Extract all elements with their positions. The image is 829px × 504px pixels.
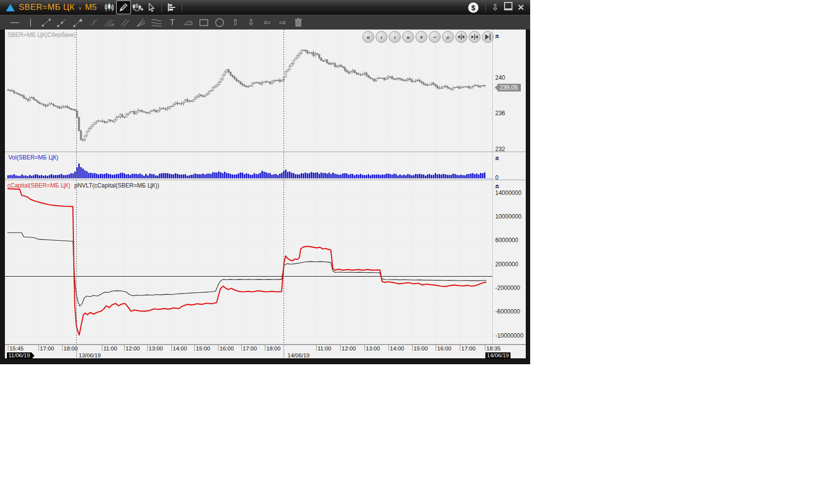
time-tick — [171, 345, 172, 351]
chevron-down-icon[interactable]: ∨ — [78, 5, 82, 11]
time-tick — [485, 345, 485, 351]
time-tick — [412, 345, 413, 351]
polyline-tool[interactable] — [54, 16, 70, 29]
time-label: 15:45 — [9, 346, 24, 351]
time-tick — [38, 345, 39, 351]
time-label: 15:00 — [414, 346, 428, 351]
time-tick — [460, 345, 460, 351]
arrow-down-tool[interactable]: ⇩ — [243, 16, 259, 29]
nav-fast-forward-button[interactable]: » — [402, 31, 414, 43]
nav-expand-horizontal-button[interactable] — [469, 31, 480, 43]
parallel-channel-tool[interactable] — [117, 16, 133, 29]
draw-pencil-icon[interactable] — [116, 0, 131, 14]
toolbar-separator — [182, 2, 182, 12]
date-label: 14/06/19 — [485, 352, 510, 359]
time-label: 17:00 — [461, 346, 476, 351]
price-axis-label: 236 — [495, 110, 505, 117]
date-separator-tick — [284, 345, 284, 358]
indicator-axis-label: -10000000 — [495, 332, 523, 339]
time-axis[interactable]: 15:4517:0018:0011:0012:0013:0014:0015:00… — [5, 345, 526, 359]
price-pane-label: SBER=МБ ЦК(Сбербанк) — [7, 32, 76, 38]
time-tick — [147, 345, 148, 351]
drawing-toolbar: LRT⇧⇩⇦⇨ — [0, 15, 530, 30]
date-label: 11/06/19 — [7, 352, 32, 359]
volume-pane-label: Vol(SBER=МБ ЦК) — [8, 154, 58, 161]
date-label: 14/06/19 — [287, 352, 310, 358]
close-window-icon[interactable]: ✕ — [514, 2, 527, 13]
time-label: 12:00 — [342, 346, 356, 351]
money-dollar-icon[interactable]: $ — [468, 2, 478, 13]
horizontal-line-tool[interactable] — [7, 16, 23, 29]
nav-zoom-out-button[interactable]: − — [429, 31, 441, 43]
segment-tool[interactable] — [38, 16, 54, 29]
time-label: 11:00 — [103, 346, 117, 351]
time-tick — [340, 345, 341, 351]
title-bar: SBER=МБ ЦК ∨ M5 — [0, 0, 530, 15]
app-logo-triangle-icon — [6, 4, 15, 11]
nav-step-forward-button[interactable]: › — [389, 31, 401, 43]
arrow-right-tool[interactable]: ⇨ — [275, 16, 290, 29]
nav-step-back-button[interactable]: ‹ — [376, 31, 387, 43]
trend-cross-tool[interactable] — [86, 16, 101, 29]
time-tick — [364, 345, 365, 351]
indicator-axis-label: 6000000 — [495, 237, 518, 244]
time-label: 13:00 — [149, 346, 163, 351]
time-label: 17:00 — [243, 346, 257, 351]
time-tick — [316, 345, 317, 351]
arrow-left-tool[interactable]: ⇦ — [259, 16, 275, 29]
fibo-levels-tool[interactable] — [149, 16, 164, 29]
titlebar-separator — [485, 2, 486, 12]
restore-window-icon[interactable] — [502, 2, 514, 13]
candlestick-chart-icon[interactable] — [102, 1, 116, 14]
time-label: 13:00 — [366, 346, 380, 351]
calc-label-tool[interactable] — [180, 16, 196, 29]
vertical-line-tool[interactable] — [23, 16, 38, 29]
collapse-volume-pane-icon[interactable]: » — [492, 155, 501, 162]
unpin-drop-icon[interactable]: ⇩ — [489, 2, 502, 13]
timeframe-label[interactable]: M5 — [85, 2, 97, 12]
time-label: 18:00 — [266, 346, 281, 351]
indicator-axis-label: 14000000 — [495, 189, 521, 196]
indicator-axis-label: -2000000 — [495, 284, 520, 291]
collapse-price-pane-icon[interactable]: » — [492, 32, 501, 40]
text-tool-tool[interactable]: T — [164, 16, 180, 29]
arrow-up-tool[interactable]: ⇧ — [227, 16, 243, 29]
rectangle-tool[interactable] — [196, 16, 212, 29]
time-tick — [102, 345, 102, 351]
time-tick — [124, 345, 125, 351]
last-price-badge: 239,05 — [498, 84, 521, 92]
ellipse-tool[interactable] — [212, 16, 227, 29]
date-label: 13/06/19 — [79, 352, 101, 358]
toolbar-separator — [161, 2, 162, 12]
time-tick — [388, 345, 389, 351]
chart-window: SBER=МБ ЦК ∨ M5 — [0, 0, 530, 364]
nav-rewind-button[interactable]: « — [362, 31, 374, 43]
ray-arrow-tool[interactable] — [70, 16, 86, 29]
chart-content: SBER=МБ ЦК(Сбербанк) Vol(SBER=МБ ЦК) cCa… — [5, 30, 526, 358]
chart-plot-area[interactable] — [5, 30, 526, 358]
indicator-pnvlt-label: pNVLT(cCapital(SBER=МБ ЦК)) — [74, 182, 159, 189]
time-tick — [265, 345, 265, 351]
delete-trash-tool[interactable] — [290, 16, 306, 29]
levels-icon[interactable] — [165, 1, 179, 14]
indicator-axis-label: 10000000 — [495, 213, 521, 220]
indicator-ccapital-label: cCapital(SBER=МБ ЦК) — [7, 182, 70, 189]
indicator-axis-label: -6000000 — [495, 308, 520, 315]
nav-zoom-in-button[interactable]: + — [415, 31, 427, 43]
nav-zoom-region-button[interactable]: ⌕ — [442, 31, 454, 43]
time-tick — [8, 345, 8, 351]
nav-compress-horizontal-button[interactable] — [455, 31, 467, 43]
time-label: 15:00 — [196, 346, 210, 351]
time-tick — [436, 345, 436, 351]
price-axis-label: 232 — [495, 146, 505, 153]
time-label: 18:00 — [64, 346, 78, 351]
time-label: 14:00 — [173, 346, 187, 351]
trades-on-chart-icon[interactable] — [131, 1, 145, 14]
volume-axis-label: 0 — [495, 174, 499, 181]
instrument-title[interactable]: SBER=МБ ЦК — [19, 2, 75, 12]
linear-regression-tool[interactable]: LR — [101, 16, 117, 29]
fan-lines-tool[interactable] — [133, 16, 149, 29]
price-axis-label: 240 — [495, 74, 505, 81]
cursor-icon[interactable] — [145, 1, 159, 14]
time-label: 17:00 — [40, 346, 54, 351]
